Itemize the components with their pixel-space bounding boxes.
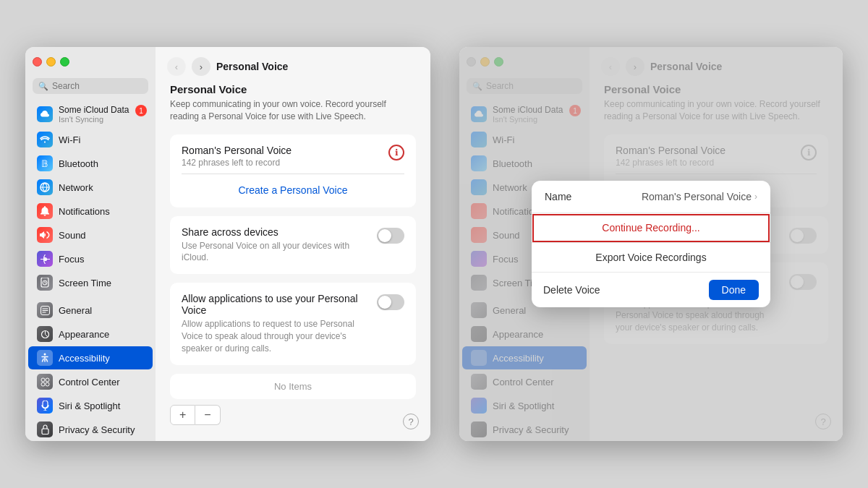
traffic-light-yellow[interactable] bbox=[46, 57, 56, 67]
window-title-left: Personal Voice bbox=[216, 61, 288, 72]
notifications-icon bbox=[37, 203, 53, 219]
continue-recording-btn[interactable]: Continue Recording... bbox=[532, 213, 770, 243]
add-btn-left[interactable]: + bbox=[170, 405, 195, 425]
accessibility-icon bbox=[37, 350, 53, 366]
bluetooth-icon: 𝔹 bbox=[37, 155, 53, 171]
sidebar-item-icloud[interactable]: Some iCloud Data Isn't Syncing 1 bbox=[28, 101, 153, 127]
svg-point-8 bbox=[46, 378, 49, 382]
siri-icon bbox=[37, 398, 53, 414]
no-items-bar-left: No Items bbox=[170, 374, 416, 399]
create-personal-voice-btn-left[interactable]: Create a Personal Voice bbox=[182, 180, 404, 197]
wifi-label: Wi-Fi bbox=[59, 134, 80, 145]
icloud-text: Some iCloud Data Isn't Syncing bbox=[59, 105, 129, 124]
info-icon-left[interactable]: ℹ bbox=[388, 145, 404, 160]
privacy-label: Privacy & Security bbox=[59, 424, 135, 435]
share-card-left: Share across devices Use Personal Voice … bbox=[170, 216, 416, 275]
voice-item-left: Roman's Personal Voice 142 phrases left … bbox=[182, 145, 404, 168]
svg-point-6 bbox=[44, 354, 46, 356]
sidebar-item-appearance[interactable]: Appearance bbox=[28, 322, 153, 346]
help-btn-left[interactable]: ? bbox=[403, 414, 419, 429]
privacy-icon bbox=[37, 421, 53, 437]
notifications-label: Notifications bbox=[59, 206, 110, 217]
share-toggle[interactable] bbox=[377, 228, 404, 244]
screentime-icon bbox=[37, 275, 53, 291]
sidebar-item-wifi[interactable]: Wi-Fi bbox=[28, 128, 153, 151]
focus-label: Focus bbox=[59, 254, 84, 265]
sidebar-item-notifications[interactable]: Notifications bbox=[28, 200, 153, 223]
content-body-left: Personal Voice Keep communicating in you… bbox=[156, 83, 430, 440]
svg-point-9 bbox=[41, 382, 45, 386]
dialog-voice-name: Roman's Personal Voice bbox=[642, 191, 752, 202]
appearance-icon bbox=[37, 326, 53, 342]
accessibility-label: Accessibility bbox=[59, 353, 110, 364]
appearance-label: Appearance bbox=[59, 329, 109, 340]
allow-toggle[interactable] bbox=[377, 294, 404, 310]
left-window: 🔍 Some iCloud Data Isn't Syncing 1 Wi-Fi… bbox=[25, 47, 430, 441]
search-input-left[interactable] bbox=[52, 81, 142, 91]
sound-icon bbox=[37, 227, 53, 243]
titlebar-left: ‹ › Personal Voice bbox=[156, 47, 430, 83]
allow-label: Allow applications to use your Personal … bbox=[182, 293, 365, 316]
search-box-left[interactable]: 🔍 bbox=[33, 78, 148, 94]
sidebar-item-siri[interactable]: Siri & Spotlight bbox=[28, 394, 153, 417]
sidebar-item-screentime[interactable]: Screen Time bbox=[28, 271, 153, 294]
sidebar-item-focus[interactable]: Focus bbox=[28, 247, 153, 270]
main-content-left: ‹ › Personal Voice Personal Voice Keep c… bbox=[156, 47, 430, 441]
svg-point-1 bbox=[44, 258, 46, 260]
svg-point-7 bbox=[41, 378, 45, 382]
wifi-icon bbox=[37, 132, 53, 147]
siri-label: Siri & Spotlight bbox=[59, 401, 120, 411]
add-remove-btns-left: + − bbox=[170, 405, 416, 425]
voice-info-left: Roman's Personal Voice 142 phrases left … bbox=[182, 145, 292, 168]
controlcenter-icon bbox=[37, 374, 53, 390]
icloud-icon bbox=[37, 106, 53, 122]
chevron-right-icon: › bbox=[754, 192, 757, 202]
controlcenter-label: Control Center bbox=[59, 377, 120, 388]
dialog-name-value[interactable]: Roman's Personal Voice › bbox=[642, 191, 757, 202]
icloud-sub: Isn't Syncing bbox=[59, 115, 129, 124]
icloud-label: Some iCloud Data bbox=[59, 105, 129, 115]
forward-button-left[interactable]: › bbox=[192, 57, 210, 76]
export-recordings-btn[interactable]: Export Voice Recordings bbox=[532, 243, 770, 273]
sidebar-item-sound[interactable]: Sound bbox=[28, 223, 153, 247]
sound-label: Sound bbox=[59, 230, 86, 241]
divider-left bbox=[182, 174, 404, 174]
screentime-label: Screen Time bbox=[59, 278, 111, 288]
share-toggle-row: Share across devices Use Personal Voice … bbox=[182, 226, 404, 265]
icloud-badge: 1 bbox=[135, 105, 147, 116]
dialog-name-row: Name Roman's Personal Voice › bbox=[532, 181, 770, 213]
share-text: Share across devices Use Personal Voice … bbox=[182, 226, 365, 265]
right-window: 🔍 Some iCloud Data Isn't Syncing 1 Wi-Fi… bbox=[459, 47, 843, 441]
network-icon bbox=[37, 179, 53, 195]
remove-btn-left[interactable]: − bbox=[195, 405, 220, 425]
share-label: Share across devices bbox=[182, 226, 365, 238]
sidebar-item-privacy[interactable]: Privacy & Security bbox=[28, 418, 153, 441]
sidebar-item-bluetooth[interactable]: 𝔹 Bluetooth bbox=[28, 152, 153, 175]
allow-card-left: Allow applications to use your Personal … bbox=[170, 283, 416, 364]
voice-name-left: Roman's Personal Voice bbox=[182, 145, 292, 156]
focus-icon bbox=[37, 251, 53, 267]
bluetooth-label: Bluetooth bbox=[59, 158, 98, 169]
done-btn[interactable]: Done bbox=[709, 280, 759, 300]
network-label: Network bbox=[59, 182, 93, 193]
sidebar-item-controlcenter[interactable]: Control Center bbox=[28, 370, 153, 393]
share-desc: Use Personal Voice on all your devices w… bbox=[182, 240, 365, 265]
svg-rect-11 bbox=[42, 429, 48, 435]
sidebar-item-accessibility[interactable]: Accessibility bbox=[28, 346, 153, 369]
traffic-light-red[interactable] bbox=[33, 57, 42, 67]
sidebar-item-network[interactable]: Network bbox=[28, 176, 153, 199]
sidebar-item-general[interactable]: General bbox=[28, 299, 153, 322]
allow-desc: Allow applications to request to use Per… bbox=[182, 318, 365, 354]
delete-voice-btn[interactable]: Delete Voice bbox=[543, 284, 600, 296]
dialog-box: Name Roman's Personal Voice › Continue R… bbox=[532, 181, 770, 307]
dialog-name-label: Name bbox=[545, 191, 571, 202]
voice-card-left: Roman's Personal Voice 142 phrases left … bbox=[170, 134, 416, 207]
section-desc-left: Keep communicating in your own voice. Re… bbox=[170, 98, 416, 123]
general-label: General bbox=[59, 305, 92, 316]
section-title-left: Personal Voice bbox=[170, 83, 416, 95]
back-button-left[interactable]: ‹ bbox=[167, 57, 186, 76]
allow-text: Allow applications to use your Personal … bbox=[182, 293, 365, 354]
traffic-light-green[interactable] bbox=[60, 57, 69, 67]
allow-toggle-row: Allow applications to use your Personal … bbox=[182, 293, 404, 354]
dialog-overlay: Name Roman's Personal Voice › Continue R… bbox=[459, 47, 843, 441]
